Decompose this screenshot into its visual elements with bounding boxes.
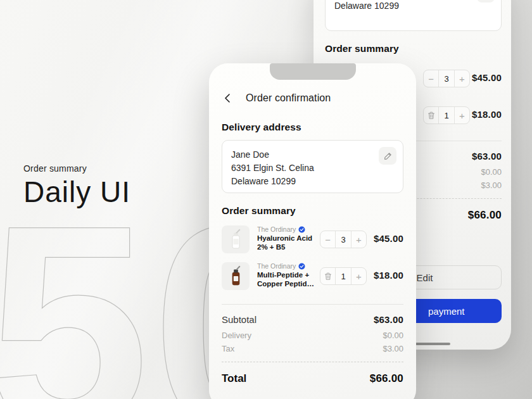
remove-item-button[interactable] — [424, 107, 438, 124]
increase-quantity-button[interactable]: + — [351, 268, 366, 284]
product-name: Hyaluronic Acid 2% + B5 — [257, 234, 320, 251]
product-thumbnail — [222, 262, 250, 290]
product-brand: The Ordinary — [257, 225, 296, 233]
plus-icon: + — [459, 74, 465, 84]
hero-title: Daily UI — [23, 175, 130, 209]
plus-icon: + — [356, 235, 362, 244]
remove-item-button[interactable] — [320, 268, 335, 284]
subtotal-value: $63.00 — [374, 314, 403, 325]
screen-header: Order confirmation — [222, 92, 331, 104]
quantity-value: 3 — [335, 231, 350, 248]
increase-quantity-button[interactable]: + — [454, 107, 469, 124]
delivery-value: $0.00 — [481, 167, 502, 177]
subtotal-value: $63.00 — [472, 151, 502, 162]
quantity-value: 3 — [438, 70, 453, 87]
page-title: Order confirmation — [246, 92, 331, 104]
verified-badge-icon — [298, 226, 305, 233]
trash-icon — [324, 272, 332, 281]
increase-quantity-button[interactable]: + — [351, 231, 366, 248]
quantity-value: 1 — [438, 107, 453, 124]
verified-badge-icon — [298, 263, 305, 270]
plus-icon: + — [459, 111, 465, 120]
edit-button-label: Edit — [417, 272, 433, 283]
plus-icon: + — [356, 272, 362, 281]
minus-icon: − — [325, 235, 331, 244]
total-label: Total — [222, 372, 246, 385]
subtotal-label: Subtotal — [222, 314, 256, 325]
quantity-stepper: − 3 + — [423, 70, 470, 87]
hero-eyebrow: Order summary — [23, 163, 130, 174]
address-line1: 6391 Elgin St. Celina — [231, 162, 394, 175]
edit-address-button[interactable] — [379, 147, 396, 165]
order-item-row: The Ordinary Hyaluronic Acid 2% + B5 − 3… — [222, 225, 403, 253]
minus-icon: − — [428, 74, 434, 84]
increase-quantity-button[interactable]: + — [454, 70, 469, 87]
divider — [222, 304, 403, 305]
item-price: $18.00 — [374, 270, 403, 281]
pencil-icon — [384, 152, 392, 160]
product-info: The Ordinary Multi-Peptide + Copper Pept… — [257, 262, 320, 288]
totals-block: Subtotal $63.00 Delivery $0.00 Tax $3.00… — [222, 304, 403, 385]
order-summary-heading-back: Order summary — [325, 43, 399, 54]
tax-value: $3.00 — [481, 180, 502, 190]
order-summary-heading: Order summary — [222, 205, 296, 217]
address-line2: Delaware 10299 — [334, 0, 492, 13]
quantity-value: 1 — [335, 268, 350, 284]
item-price: $45.00 — [472, 72, 502, 83]
back-button[interactable] — [222, 92, 233, 104]
total-value: $66.00 — [468, 209, 502, 222]
delivery-address-card: Jane Doe 6391 Elgin St. Celina Delaware … — [222, 140, 403, 193]
address-line2: Delaware 10299 — [231, 175, 394, 188]
decrease-quantity-button[interactable]: − — [424, 70, 438, 87]
item-price: $18.00 — [472, 109, 502, 120]
product-brand: The Ordinary — [257, 262, 296, 270]
phone-mockup-front: Order confirmation Delivery address Jane… — [209, 63, 416, 399]
delivery-address-heading: Delivery address — [222, 122, 301, 133]
total-value: $66.00 — [370, 372, 403, 385]
trash-icon — [428, 111, 435, 120]
dashed-divider — [222, 362, 403, 362]
order-item-row: The Ordinary Multi-Peptide + Copper Pept… — [222, 262, 403, 290]
item-price: $45.00 — [374, 233, 403, 244]
serum-bottle-amber-icon — [226, 265, 245, 288]
delivery-address-card-back: 6391 Elgin St. Celina Delaware 10299 — [325, 0, 502, 31]
product-name: Multi-Peptide + Copper Peptid… — [257, 271, 320, 288]
phone-notch — [270, 63, 356, 80]
quantity-stepper: − 3 + — [320, 231, 367, 248]
serum-bottle-white-icon — [226, 228, 245, 251]
quantity-stepper: 1 + — [320, 267, 367, 285]
address-name: Jane Doe — [231, 148, 394, 162]
delivery-label: Delivery — [222, 331, 251, 340]
delivery-value: $0.00 — [383, 331, 403, 340]
product-info: The Ordinary Hyaluronic Acid 2% + B5 — [257, 225, 320, 251]
product-thumbnail — [222, 225, 250, 253]
decrease-quantity-button[interactable]: − — [320, 231, 335, 248]
tax-label: Tax — [222, 344, 234, 353]
tax-value: $3.00 — [383, 344, 403, 353]
hero-block: Order summary Daily UI — [23, 163, 130, 209]
payment-button-label: payment — [428, 306, 465, 317]
chevron-left-icon — [224, 94, 231, 103]
quantity-stepper: 1 + — [423, 106, 470, 124]
